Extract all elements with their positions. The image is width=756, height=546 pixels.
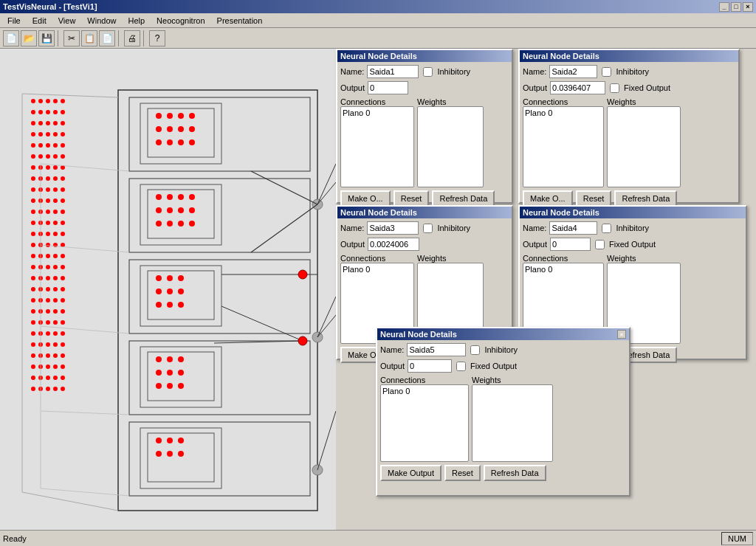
panel3-title: Neural Node Details xyxy=(340,208,417,217)
panel3-name-label: Name: xyxy=(340,224,364,232)
panel3-inhibitory-check[interactable] xyxy=(423,224,433,233)
cut-btn[interactable]: ✂ xyxy=(63,30,80,46)
panel3-title-bar[interactable]: Neural Node Details xyxy=(337,207,512,218)
svg-point-110 xyxy=(31,198,35,203)
new-btn[interactable]: 📄 xyxy=(3,30,19,46)
panel4-title-bar[interactable]: Neural Node Details xyxy=(520,207,746,218)
panel4-output-input[interactable] xyxy=(550,238,591,251)
panel2-name-input[interactable] xyxy=(549,65,597,78)
panel5-reset-btn[interactable]: Reset xyxy=(444,465,481,481)
panel4-name-input[interactable] xyxy=(549,221,597,235)
save-btn[interactable]: 💾 xyxy=(38,30,55,46)
svg-point-23 xyxy=(178,126,184,132)
menu-view[interactable]: View xyxy=(54,15,80,27)
svg-point-125 xyxy=(31,232,35,236)
menu-file[interactable]: File xyxy=(3,15,25,27)
panel2-reset-btn[interactable]: Reset xyxy=(576,190,612,207)
svg-point-173 xyxy=(53,331,58,336)
svg-point-194 xyxy=(61,376,65,380)
svg-point-105 xyxy=(31,187,35,192)
panel1-reset-btn[interactable]: Reset xyxy=(394,190,430,207)
help-btn[interactable]: ? xyxy=(149,30,165,46)
svg-point-160 xyxy=(31,309,35,314)
panel2-title-bar[interactable]: Neural Node Details xyxy=(520,50,738,62)
panel2-weights-list[interactable] xyxy=(607,106,681,187)
panel2-output-input[interactable] xyxy=(550,81,605,94)
panel2-inhibitory-label: Inhibitory xyxy=(616,67,649,76)
menu-neocognitron[interactable]: Neocognitron xyxy=(152,15,209,27)
panel4-fixed-output-check[interactable] xyxy=(595,240,605,249)
panel5-inhibitory-check[interactable] xyxy=(470,345,480,355)
svg-point-102 xyxy=(46,176,50,181)
panel1-refresh-btn[interactable]: Refresh Data xyxy=(432,190,495,207)
panel1-output-input[interactable] xyxy=(368,81,408,94)
panel3-name-input[interactable] xyxy=(367,221,419,235)
panel2-connections-list[interactable]: Plano 0 xyxy=(523,106,604,187)
menu-help[interactable]: Help xyxy=(123,15,149,27)
panel5-connections-list[interactable]: Plano 0 xyxy=(380,384,469,462)
panel1-inhibitory-check[interactable] xyxy=(423,67,433,77)
panel2-output-label: Output xyxy=(523,83,547,92)
panel1-weights-label: Weights xyxy=(417,97,447,106)
svg-point-19 xyxy=(178,113,184,119)
svg-point-159 xyxy=(61,298,65,303)
panel5-make-output-btn[interactable]: Make Output xyxy=(380,465,441,481)
canvas-area[interactable] xyxy=(0,49,336,530)
panel5-output-input[interactable] xyxy=(408,359,452,373)
svg-point-45 xyxy=(167,288,173,294)
svg-point-114 xyxy=(61,198,65,203)
panel2-inhibitory-check[interactable] xyxy=(602,67,611,77)
panel1-connections-list[interactable]: Plano 0 xyxy=(340,106,414,187)
panel5-close-btn[interactable]: × xyxy=(617,330,626,339)
paste-btn[interactable]: 📄 xyxy=(99,30,115,46)
svg-point-84 xyxy=(61,132,65,136)
svg-point-47 xyxy=(156,302,162,308)
svg-point-142 xyxy=(46,265,50,269)
svg-point-70 xyxy=(31,110,35,114)
panel2-make-output-btn[interactable]: Make O... xyxy=(523,190,573,207)
svg-point-193 xyxy=(53,376,58,380)
panel5-title-bar[interactable]: Neural Node Details × xyxy=(377,328,629,340)
svg-point-73 xyxy=(53,110,58,114)
toolbar-sep1 xyxy=(58,30,61,46)
svg-point-32 xyxy=(189,194,195,200)
panel2-refresh-btn[interactable]: Refresh Data xyxy=(614,190,677,207)
copy-btn[interactable]: 📋 xyxy=(81,30,97,46)
panel5-name-input[interactable] xyxy=(407,343,466,356)
panel1-weights-list[interactable] xyxy=(417,106,484,187)
svg-point-69 xyxy=(61,99,65,103)
svg-point-177 xyxy=(46,342,50,347)
panel5-inhibitory-label: Inhibitory xyxy=(484,345,518,354)
minimize-btn[interactable]: _ xyxy=(719,2,729,12)
panel2-fixed-output-check[interactable] xyxy=(610,83,619,93)
menu-window[interactable]: Window xyxy=(83,15,120,27)
svg-point-62 xyxy=(156,451,162,457)
panel1-title-bar[interactable]: Neural Node Details xyxy=(337,50,512,62)
svg-point-184 xyxy=(61,353,65,358)
svg-point-33 xyxy=(156,207,162,213)
maximize-btn[interactable]: □ xyxy=(731,2,741,12)
panel5-refresh-btn[interactable]: Refresh Data xyxy=(484,465,546,481)
panel-saida5: Neural Node Details × Name: Inhibitory O… xyxy=(376,327,630,497)
svg-point-82 xyxy=(46,132,50,136)
svg-point-179 xyxy=(61,342,65,347)
panel3-output-input[interactable] xyxy=(368,238,419,251)
panel5-fixed-output-check[interactable] xyxy=(456,362,466,371)
svg-point-122 xyxy=(46,221,50,225)
svg-point-135 xyxy=(31,254,35,258)
close-btn[interactable]: × xyxy=(743,2,753,12)
panel5-weights-list[interactable] xyxy=(472,384,553,462)
svg-point-25 xyxy=(156,139,162,145)
svg-point-199 xyxy=(61,387,65,391)
open-btn[interactable]: 📂 xyxy=(21,30,37,46)
menu-edit[interactable]: Edit xyxy=(28,15,51,27)
svg-point-88 xyxy=(53,143,58,148)
print-btn[interactable]: 🖨 xyxy=(124,30,140,46)
panel4-inhibitory-check[interactable] xyxy=(602,224,611,233)
svg-point-36 xyxy=(189,207,195,213)
panel1-make-output-btn[interactable]: Make O... xyxy=(340,190,391,207)
menu-presentation[interactable]: Presentation xyxy=(213,15,267,27)
panel1-name-input[interactable] xyxy=(367,65,419,78)
title-bar-buttons[interactable]: _ □ × xyxy=(719,2,753,12)
svg-point-138 xyxy=(53,254,58,258)
